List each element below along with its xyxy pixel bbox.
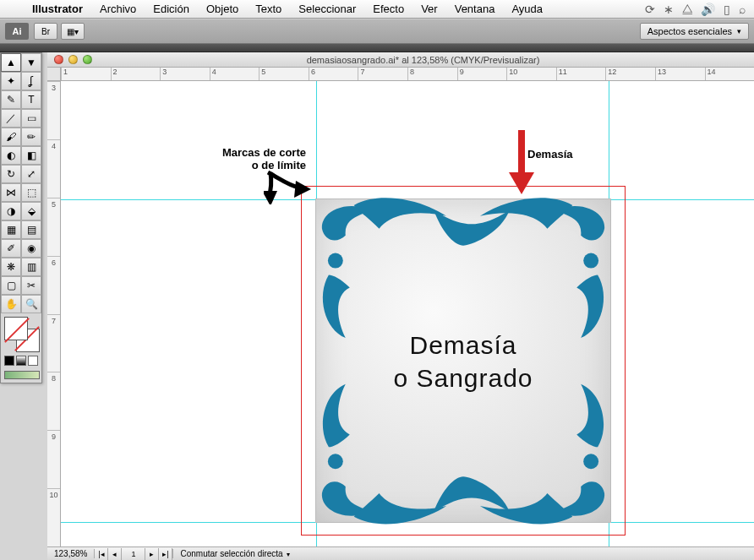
volume-icon[interactable]: 🔊 xyxy=(701,3,715,16)
blend-tool[interactable]: ◉ xyxy=(21,239,41,258)
eraser-tool[interactable]: ◧ xyxy=(21,146,41,165)
zoom-level[interactable]: 123,58% xyxy=(47,549,95,558)
menu-archivo[interactable]: Archivo xyxy=(91,3,145,15)
menu-edicion[interactable]: Edición xyxy=(145,3,198,15)
pen-tool[interactable]: ✎ xyxy=(1,90,21,109)
artboard-tool[interactable]: ▢ xyxy=(1,276,21,295)
close-window-button[interactable] xyxy=(54,55,63,64)
document-titlebar: demasiaosangrado.ai* al 123,58% (CMYK/Pr… xyxy=(47,52,754,68)
gradient-mode-icon[interactable] xyxy=(16,356,26,366)
color-mode-icon[interactable] xyxy=(4,356,14,366)
bridge-button[interactable]: Br xyxy=(34,23,57,40)
type-tool[interactable]: T xyxy=(21,90,41,109)
prev-artboard-button[interactable]: ◂ xyxy=(108,548,122,560)
artboard: Demasíao Sangrado xyxy=(316,199,610,522)
sync-icon[interactable]: ⟳ xyxy=(645,3,655,16)
selection-tool[interactable]: ▲ xyxy=(1,53,21,72)
fill-swatch[interactable] xyxy=(4,317,28,340)
ruler-horizontal[interactable]: 1234567891011121314 xyxy=(61,68,754,81)
hand-tool[interactable]: ✋ xyxy=(1,295,21,313)
svg-point-3 xyxy=(583,454,598,469)
minimize-window-button[interactable] xyxy=(68,55,78,64)
none-mode-icon[interactable] xyxy=(28,356,38,366)
wifi-icon[interactable]: ⧋ xyxy=(682,2,692,16)
lasso-tool[interactable]: ʆ xyxy=(21,72,41,90)
draw-mode-icon[interactable] xyxy=(4,371,40,379)
menubar-extras: ⟳ ∗ ⧋ 🔊 ▯ ⌕ xyxy=(645,2,754,16)
menu-seleccionar[interactable]: Seleccionar xyxy=(290,3,364,15)
shape-builder-tool[interactable]: ◑ xyxy=(1,202,21,220)
svg-point-1 xyxy=(583,253,598,269)
scale-tool[interactable]: ⤢ xyxy=(21,165,41,183)
pencil-tool[interactable]: ✏ xyxy=(21,128,41,146)
mesh-tool[interactable]: ▦ xyxy=(1,220,21,239)
menu-ventana[interactable]: Ventana xyxy=(446,3,504,15)
last-artboard-button[interactable]: ▸| xyxy=(159,548,172,560)
color-swatches xyxy=(1,313,41,383)
mac-menubar: Illustrator Archivo Edición Objeto Texto… xyxy=(0,0,754,19)
symbol-sprayer-tool[interactable]: ❋ xyxy=(1,258,21,276)
canvas[interactable]: Demasíao Sangrado Marcas de corteo de lí… xyxy=(61,81,754,546)
free-transform-tool[interactable]: ⬚ xyxy=(21,183,41,202)
control-panel-strip xyxy=(0,44,754,52)
zoom-tool[interactable]: 🔍 xyxy=(21,295,41,313)
menu-efecto[interactable]: Efecto xyxy=(364,3,413,15)
menu-ver[interactable]: Ver xyxy=(413,3,446,15)
ruler-vertical[interactable]: 345678910 xyxy=(47,81,61,546)
artwork-title: Demasíao Sangrado xyxy=(316,329,610,394)
svg-rect-4 xyxy=(518,130,525,174)
toolbox: ▲▼ ✦ʆ ✎T ／▭ 🖌✏ ◐◧ ↻⤢ ⋈⬚ ◑⬙ ▦▤ ✐◉ ❋▥ ▢✂ ✋… xyxy=(0,52,42,383)
rectangle-tool[interactable]: ▭ xyxy=(21,109,41,128)
svg-point-0 xyxy=(328,253,343,269)
menu-texto[interactable]: Texto xyxy=(247,3,290,15)
first-artboard-button[interactable]: |◂ xyxy=(95,548,108,560)
arrange-docs-button[interactable]: ▦▾ xyxy=(61,23,85,40)
eyedropper-tool[interactable]: ✐ xyxy=(1,239,21,258)
menu-objeto[interactable]: Objeto xyxy=(198,3,247,15)
line-tool[interactable]: ／ xyxy=(1,109,21,128)
annotation-bleed: Demasía xyxy=(527,149,572,161)
ruler-origin[interactable] xyxy=(47,68,61,81)
arrow-red-icon xyxy=(509,130,534,194)
spotlight-icon[interactable]: ⌕ xyxy=(739,3,746,16)
status-dropdown[interactable]: Conmutar selección directa xyxy=(172,549,296,558)
arrow-black-icon xyxy=(264,171,314,204)
graph-tool[interactable]: ▥ xyxy=(21,258,41,276)
zoom-window-button[interactable] xyxy=(83,55,92,64)
battery-icon[interactable]: ▯ xyxy=(724,3,730,16)
bluetooth-icon[interactable]: ∗ xyxy=(664,3,674,16)
status-bar: 123,58% |◂ ◂ 1 ▸ ▸| Conmutar selección d… xyxy=(47,546,754,560)
artboard-number[interactable]: 1 xyxy=(122,548,145,560)
next-artboard-button[interactable]: ▸ xyxy=(145,548,159,560)
magic-wand-tool[interactable]: ✦ xyxy=(1,72,21,90)
document-title: demasiaosangrado.ai* al 123,58% (CMYK/Pr… xyxy=(92,55,754,65)
menu-ayuda[interactable]: Ayuda xyxy=(503,3,551,15)
blob-brush-tool[interactable]: ◐ xyxy=(1,146,21,165)
rotate-tool[interactable]: ↻ xyxy=(1,165,21,183)
ai-logo-icon: Ai xyxy=(5,23,29,40)
svg-point-2 xyxy=(328,454,343,469)
window-controls xyxy=(47,55,92,64)
slice-tool[interactable]: ✂ xyxy=(21,276,41,295)
annotation-crop-marks: Marcas de corteo de límite xyxy=(171,147,306,172)
app-name-menu[interactable]: Illustrator xyxy=(24,3,91,15)
canvas-area: 1234567891011121314 345678910 xyxy=(47,68,754,546)
perspective-tool[interactable]: ⬙ xyxy=(21,202,41,220)
gradient-tool[interactable]: ▤ xyxy=(21,220,41,239)
direct-selection-tool[interactable]: ▼ xyxy=(21,53,41,72)
workspace-dropdown[interactable]: Aspectos esenciales xyxy=(640,23,749,40)
width-tool[interactable]: ⋈ xyxy=(1,183,21,202)
illustrator-app-bar: Ai Br ▦▾ Aspectos esenciales xyxy=(0,19,754,44)
paintbrush-tool[interactable]: 🖌 xyxy=(1,128,21,146)
